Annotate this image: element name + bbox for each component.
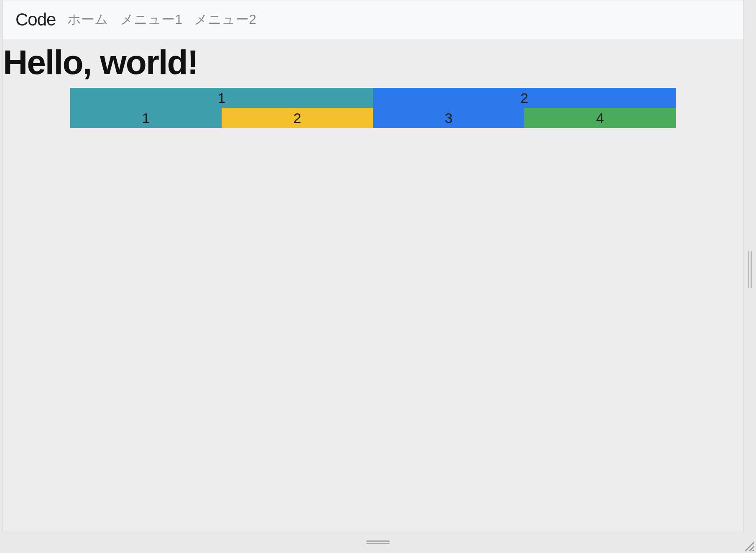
- grid-container: 1 2 1 2 3 4: [70, 88, 676, 128]
- grid-cell-r2c3: 3: [373, 108, 524, 128]
- vertical-scrollbar[interactable]: [747, 251, 753, 288]
- svg-line-2: [753, 550, 754, 551]
- grid-cell-r1c1: 1: [70, 88, 373, 108]
- preview-frame: Code ホーム メニュー1 メニュー2 Hello, world! 1 2 1…: [3, 0, 743, 532]
- brand[interactable]: Code: [15, 10, 56, 30]
- nav-link-home[interactable]: ホーム: [67, 10, 108, 29]
- grid-row-2: 1 2 3 4: [70, 108, 676, 128]
- nav-link-menu2[interactable]: メニュー2: [194, 10, 256, 29]
- nav-link-menu1[interactable]: メニュー1: [120, 10, 182, 29]
- page-title: Hello, world!: [3, 39, 743, 88]
- grid-cell-r1c2: 2: [373, 88, 676, 108]
- grid-cell-r2c2: 2: [222, 108, 373, 128]
- horizontal-drag-handle-icon[interactable]: [366, 540, 390, 545]
- grid-cell-r2c4: 4: [524, 108, 676, 128]
- resize-grip-icon[interactable]: [743, 540, 754, 551]
- grid-cell-r2c1: 1: [70, 108, 222, 128]
- navbar: Code ホーム メニュー1 メニュー2: [3, 0, 743, 39]
- grid-row-1: 1 2: [70, 88, 676, 108]
